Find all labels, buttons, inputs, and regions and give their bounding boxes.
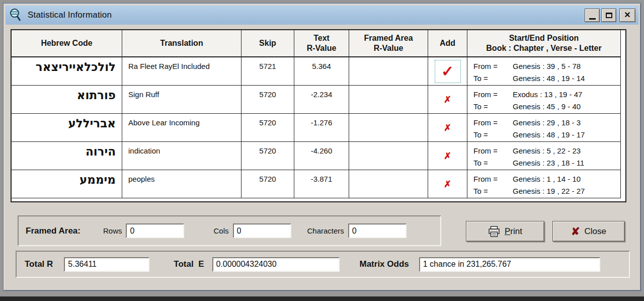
position-cell: From =Exodus : 13 , 19 - 47 To =Genesis … [467, 86, 621, 114]
close-window-button[interactable]: ✕ [619, 9, 635, 22]
add-cell: ✗ [428, 170, 467, 198]
from-label: From = [473, 61, 513, 73]
maximize-button[interactable] [601, 9, 616, 22]
text-r-value-cell: -4.260 [294, 142, 349, 170]
to-label: To = [473, 73, 513, 85]
maximize-icon [606, 13, 612, 18]
skip-cell: 5720 [242, 170, 294, 198]
hebrew-code-cell: עללירבא [12, 114, 122, 142]
minimize-button[interactable] [585, 9, 600, 22]
header-label: Text [313, 33, 330, 43]
table-row[interactable]: הוריה indication 5720 -4.260 ✗ From =Gen… [12, 142, 625, 170]
cross-icon[interactable]: ✗ [444, 95, 451, 104]
print-button[interactable]: Print [466, 221, 544, 242]
header-label: Translation [160, 38, 203, 48]
to-value: Genesis : 45 , 9 - 40 [513, 101, 620, 113]
cross-icon[interactable]: ✗ [444, 123, 451, 132]
matrix-odds-label: Matrix Odds [360, 259, 409, 269]
translation-cell: indication [122, 142, 242, 170]
add-cell: ✗ [428, 114, 467, 142]
from-value: Exodus : 13 , 19 - 47 [513, 89, 620, 101]
from-label: From = [473, 117, 513, 129]
header-label: Add [440, 38, 455, 48]
add-cell: ✗ [428, 142, 467, 170]
translation-cell: Sign Ruff [122, 86, 242, 114]
hebrew-code-cell: הוריה [12, 142, 122, 170]
col-header-skip: Skip [242, 30, 294, 57]
text-r-value-cell: -3.871 [294, 170, 349, 198]
to-label: To = [473, 101, 513, 113]
cols-label: Cols [213, 227, 228, 235]
rows-label: Rows [103, 227, 122, 235]
print-label-rest: rint [510, 227, 522, 236]
close-button[interactable]: ✘ Close [552, 221, 625, 242]
col-header-text-r-value: TextR-Value [294, 30, 349, 57]
table-row[interactable]: עממימ peoples 5720 -3.871 ✗ From =Genesi… [12, 170, 625, 198]
close-button-label: Close [585, 227, 606, 237]
from-label: From = [473, 89, 513, 101]
rows-input[interactable] [126, 223, 184, 238]
window-controls: ✕ [585, 9, 635, 22]
skip-cell: 5720 [242, 142, 294, 170]
print-button-label: Print [505, 227, 522, 237]
framed-area-r-value-cell [349, 170, 428, 198]
cols-input[interactable] [233, 223, 291, 238]
cross-icon[interactable]: ✗ [444, 152, 451, 161]
from-value: Genesis : 1 , 14 - 10 [513, 174, 620, 186]
skip-cell: 5720 [242, 114, 294, 142]
translation-cell: Above Lear Incoming [122, 114, 242, 142]
from-value: Genesis : 39 , 5 - 78 [513, 61, 620, 73]
characters-input[interactable] [348, 223, 407, 238]
results-table: Hebrew Code Translation Skip TextR-Value… [11, 29, 626, 202]
text-r-value-cell: -1.276 [294, 114, 349, 142]
table-row[interactable]: עללירבא Above Lear Incoming 5720 -1.276 … [12, 114, 625, 142]
header-label: Hebrew Code [41, 38, 92, 48]
add-checkbox[interactable]: ✓ [435, 60, 461, 83]
framed-area-r-value-cell [349, 57, 428, 86]
position-cell: From =Genesis : 5 , 22 - 23 To =Genesis … [467, 142, 621, 170]
to-value: Genesis : 48 , 19 - 17 [513, 129, 620, 141]
window-titlebar[interactable]: Statistical Information ✕ [6, 6, 638, 25]
header-label: Start/End Position [509, 33, 579, 43]
printer-icon [488, 226, 500, 237]
matrix-odds-input[interactable] [419, 257, 600, 272]
total-r-label: Total R [25, 259, 53, 269]
header-label: R-Value [307, 43, 337, 53]
total-r-input[interactable] [64, 257, 149, 272]
table-row[interactable]: אותרופ Sign Ruff 5720 -2.234 ✗ From =Exo… [12, 86, 625, 114]
table-row[interactable]: ראצירייאלכלול Ra Fleet RayEl Included 57… [12, 57, 625, 86]
to-value: Genesis : 19 , 22 - 27 [513, 186, 620, 198]
framed-area-r-value-cell [349, 114, 428, 142]
table-header-row: Hebrew Code Translation Skip TextR-Value… [12, 30, 625, 57]
header-label: Framed Area [364, 33, 413, 43]
position-cell: From =Genesis : 1 , 14 - 10 To =Genesis … [467, 170, 621, 198]
magnifier-icon [9, 8, 23, 23]
hebrew-code-cell: ראצירייאלכלול [12, 57, 122, 86]
header-label: R-Value [374, 43, 404, 53]
to-label: To = [473, 186, 513, 198]
close-icon: ✕ [624, 11, 630, 19]
position-cell: From =Genesis : 39 , 5 - 78 To =Genesis … [467, 57, 621, 86]
minimize-icon [589, 18, 596, 20]
print-label-initial: P [505, 227, 510, 236]
to-value: Genesis : 23 , 18 - 11 [513, 158, 620, 170]
screen-edge [0, 296, 644, 301]
framed-area-panel: Framed Area: Rows Cols Characters [18, 215, 441, 246]
add-cell: ✓ [428, 57, 467, 86]
skip-cell: 5721 [242, 57, 294, 86]
col-header-start-end-position: Start/End PositionBook : Chapter , Verse… [467, 30, 621, 57]
to-label: To = [473, 158, 513, 170]
from-label: From = [473, 145, 513, 158]
statistical-information-window: Statistical Information ✕ Hebrew Code Tr… [3, 3, 641, 291]
to-label: To = [473, 129, 513, 141]
cross-icon[interactable]: ✗ [444, 180, 451, 189]
check-icon: ✓ [441, 64, 454, 79]
col-header-translation: Translation [122, 30, 242, 57]
characters-label: Characters [307, 227, 344, 235]
total-e-input[interactable] [212, 257, 340, 272]
position-cell: From =Genesis : 29 , 18 - 3 To =Genesis … [467, 114, 621, 142]
framed-area-r-value-cell [349, 86, 428, 114]
close-x-icon: ✘ [571, 226, 580, 237]
header-label: Book : Chapter , Verse - Letter [486, 43, 601, 53]
text-r-value-cell: -2.234 [294, 86, 349, 114]
